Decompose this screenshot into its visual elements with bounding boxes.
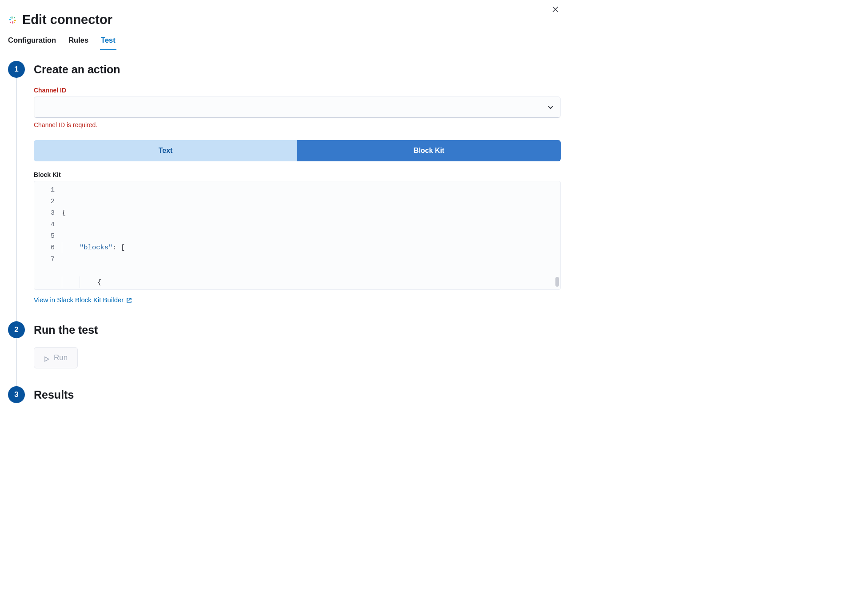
run-button[interactable]: Run (34, 347, 78, 368)
step-title-1: Create an action (34, 61, 561, 78)
svg-rect-0 (9, 19, 11, 20)
code-content: { "blocks": [ { "type": "section", "text… (62, 181, 560, 289)
tab-bar: Configuration Rules Test (0, 34, 569, 50)
close-icon (552, 6, 559, 14)
channel-id-label: Channel ID (34, 87, 561, 94)
step-number-1: 1 (8, 61, 25, 78)
svg-point-6 (14, 21, 15, 22)
run-button-label: Run (54, 353, 68, 362)
step-number-2: 2 (8, 321, 25, 338)
close-button[interactable] (550, 4, 561, 15)
svg-rect-2 (14, 20, 16, 20)
step-run-test: 2 Run the test Run (8, 321, 561, 386)
channel-id-select[interactable] (34, 96, 561, 118)
tab-rules[interactable]: Rules (68, 34, 88, 50)
tab-configuration[interactable]: Configuration (8, 34, 56, 50)
channel-id-error: Channel ID is required. (34, 121, 561, 128)
tab-test[interactable]: Test (101, 34, 116, 50)
message-type-toggle: Text Block Kit (34, 140, 561, 161)
step-title-3: Results (34, 386, 561, 403)
edit-connector-modal: Edit connector Configuration Rules Test … (0, 0, 569, 421)
svg-rect-1 (12, 16, 12, 19)
svg-point-7 (10, 21, 11, 22)
link-label: View in Slack Block Kit Builder (34, 296, 124, 304)
code-scrollbar[interactable] (555, 184, 559, 287)
svg-point-5 (14, 17, 15, 18)
blockkit-builder-link[interactable]: View in Slack Block Kit Builder (34, 296, 132, 304)
toggle-text-button[interactable]: Text (34, 140, 297, 161)
modal-header: Edit connector (0, 7, 569, 34)
step-create-action: 1 Create an action Channel ID Channel ID… (8, 61, 561, 321)
step-results: 3 Results (8, 386, 561, 403)
svg-rect-3 (12, 21, 13, 24)
external-link-icon (126, 297, 132, 303)
code-gutter: 1 2 3 4 5 6 7 (34, 181, 62, 289)
page-title: Edit connector (22, 12, 112, 27)
svg-point-4 (10, 17, 11, 18)
step-title-2: Run the test (34, 321, 561, 338)
toggle-blockkit-button[interactable]: Block Kit (297, 140, 561, 161)
step-number-3: 3 (8, 386, 25, 403)
slack-icon (8, 16, 17, 24)
blockkit-code-editor[interactable]: 1 2 3 4 5 6 7 { "blocks": [ { "typ (34, 181, 561, 290)
play-icon (44, 355, 49, 360)
chevron-down-icon (547, 104, 554, 111)
blockkit-label: Block Kit (34, 171, 561, 178)
